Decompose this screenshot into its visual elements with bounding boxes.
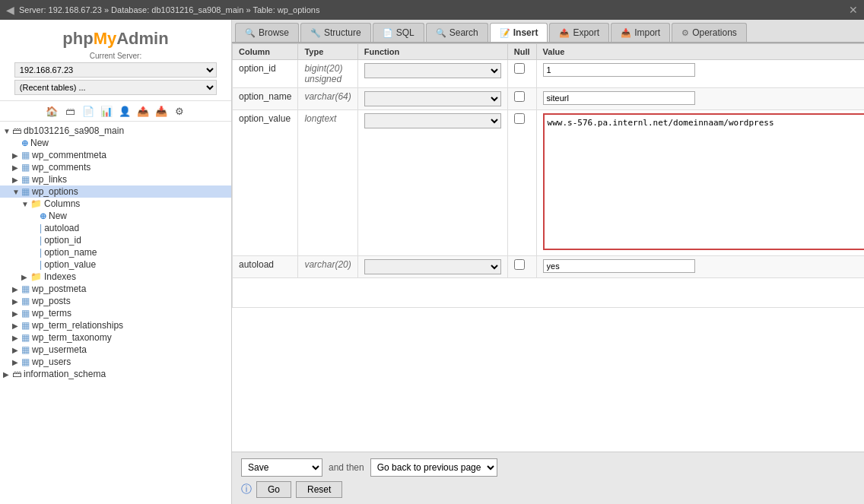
tree-icon-db: 🗃 <box>12 125 21 136</box>
null-checkbox-1[interactable] <box>514 91 525 102</box>
tab-label-operations: Operations <box>692 27 737 38</box>
null-checkbox-3[interactable] <box>514 259 525 270</box>
tab-browse[interactable]: 🔍Browse <box>235 23 299 42</box>
tree-label-wp_posts: wp_posts <box>32 296 71 306</box>
content-area: 🔍Browse🔧Structure📄SQL🔍Search📝Insert📤Expo… <box>232 20 864 504</box>
logo-admin: Admin <box>116 29 168 48</box>
tab-icon-insert: 📝 <box>500 28 510 38</box>
reset-button[interactable]: Reset <box>296 481 342 498</box>
home-icon[interactable]: 🏠 <box>45 104 59 118</box>
tab-sql[interactable]: 📄SQL <box>373 23 424 42</box>
tree-item-columns[interactable]: ▼ 📁 Columns <box>0 198 231 210</box>
row-value-1 <box>536 88 864 110</box>
func-select-3[interactable] <box>364 259 501 274</box>
func-select-1[interactable] <box>364 91 501 106</box>
status-icon[interactable]: 📊 <box>100 104 113 118</box>
users-icon[interactable]: 👤 <box>118 104 132 118</box>
tree-icon-wp_posts: ▦ <box>21 296 30 306</box>
nav-back-arrow[interactable]: ◀ <box>6 4 14 16</box>
tab-operations[interactable]: ⚙Operations <box>672 23 747 42</box>
tree-item-wp_term_relationships[interactable]: ▶ ▦ wp_term_relationships <box>0 319 231 331</box>
logo: phpMyAdmin <box>3 29 228 49</box>
tab-icon-sql: 📄 <box>383 28 393 38</box>
import-icon[interactable]: 📥 <box>154 104 168 118</box>
row-func-2 <box>357 110 507 256</box>
value-input-0[interactable] <box>543 63 695 77</box>
export-icon[interactable]: 📤 <box>136 104 150 118</box>
tree-item-wp_usermeta[interactable]: ▶ ▦ wp_usermeta <box>0 344 231 356</box>
row-null-2 <box>507 110 536 256</box>
tree-item-wp_options[interactable]: ▼ ▦ wp_options <box>0 185 231 198</box>
tree-label-autoload: autoload <box>44 223 79 233</box>
tree-label-new-col: New <box>49 211 67 221</box>
toolbar-icons: 🏠 🗃 📄 📊 👤 📤 📥 ⚙ <box>0 101 231 122</box>
null-checkbox-0[interactable] <box>514 63 525 74</box>
tab-icon-import: 📥 <box>621 28 631 38</box>
tree-label-wp_links: wp_links <box>32 174 67 185</box>
tree-label-wp_options: wp_options <box>32 186 78 197</box>
go-action-button[interactable]: Go <box>256 481 291 498</box>
row-value-3 <box>536 256 864 278</box>
tree-label-columns: Columns <box>44 198 80 209</box>
tab-label-browse: Browse <box>259 27 289 38</box>
row-col-name-3: autoload <box>233 256 298 278</box>
tree-label-indexes: Indexes <box>44 271 76 282</box>
row-col-name-1: option_name <box>233 88 298 110</box>
tree-icon-option_value: | <box>40 259 42 270</box>
col-header-column: Column <box>233 44 298 60</box>
tree-item-option_name[interactable]: | option_name <box>0 246 231 258</box>
tree-item-new-col[interactable]: ⊕ New <box>0 210 231 222</box>
tab-insert[interactable]: 📝Insert <box>490 23 548 42</box>
tree-icon-option_id: | <box>40 235 42 246</box>
value-input-3[interactable] <box>543 259 695 273</box>
tree-label-wp_commentmeta: wp_commentmeta <box>32 150 106 160</box>
table-row: option_value longtext www.s-576.pa.inter… <box>233 110 865 256</box>
logo-my: My <box>94 29 117 48</box>
recent-tables-select[interactable]: (Recent tables) ... <box>14 80 217 95</box>
row-value-0 <box>536 60 864 88</box>
func-select-2[interactable] <box>364 113 501 128</box>
tree-item-wp_term_taxonomy[interactable]: ▶ ▦ wp_term_taxonomy <box>0 331 231 344</box>
main-layout: phpMyAdmin Current Server: 192.168.67.23… <box>0 20 864 504</box>
info-icon[interactable]: ⓘ <box>241 483 252 496</box>
settings-icon[interactable]: ⚙ <box>173 104 186 118</box>
go-back-select[interactable]: Go back to previous pageBrowse the table <box>370 458 497 477</box>
tree-item-indexes[interactable]: ▶ 📁 Indexes <box>0 271 231 283</box>
tree-item-wp_comments[interactable]: ▶ ▦ wp_comments <box>0 161 231 173</box>
row-func-3 <box>357 256 507 278</box>
server-select[interactable]: 192.168.67.23 <box>14 62 217 78</box>
null-checkbox-2[interactable] <box>514 113 525 124</box>
tree-item-wp_posts[interactable]: ▶ ▦ wp_posts <box>0 295 231 307</box>
tree-item-autoload[interactable]: | autoload <box>0 222 231 234</box>
tree-icon-wp_options: ▦ <box>21 186 30 197</box>
tab-icon-browse: 🔍 <box>245 28 256 38</box>
tab-export[interactable]: 📤Export <box>549 23 609 42</box>
sql-icon[interactable]: 📄 <box>81 104 95 118</box>
value-input-1[interactable] <box>543 91 695 105</box>
tab-structure[interactable]: 🔧Structure <box>300 23 371 42</box>
tree-item-wp_terms[interactable]: ▶ ▦ wp_terms <box>0 307 231 319</box>
row-null-3 <box>507 256 536 278</box>
tree-item-wp_postmeta[interactable]: ▶ ▦ wp_postmeta <box>0 283 231 295</box>
tree-item-option_value[interactable]: | option_value <box>0 258 231 271</box>
tree-item-db[interactable]: ▼ 🗃 db1031216_sa908_main <box>0 125 231 137</box>
tree-item-new-db[interactable]: ⊕ New <box>0 137 231 149</box>
value-textarea-2[interactable]: www.s-576.pa.internl.net/domeinnaam/word… <box>543 113 864 250</box>
tab-import[interactable]: 📥Import <box>611 23 670 42</box>
bottom-bar: SaveSave and stay and then Go back to pr… <box>232 452 864 504</box>
row-col-type-2: longtext <box>298 110 357 256</box>
content-body: Column Type Function Null Value option_i… <box>232 43 864 452</box>
tree-item-option_id[interactable]: | option_id <box>0 234 231 246</box>
tree-item-wp_links[interactable]: ▶ ▦ wp_links <box>0 173 231 185</box>
tab-search[interactable]: 🔍Search <box>426 23 488 42</box>
tree-item-info_schema[interactable]: ▶ 🗃 information_schema <box>0 368 231 380</box>
save-select[interactable]: SaveSave and stay <box>241 458 322 477</box>
func-select-0[interactable] <box>364 63 501 78</box>
close-button[interactable]: ✕ <box>849 4 858 16</box>
db-icon[interactable]: 🗃 <box>63 104 77 118</box>
title-bar: ◀ Server: 192.168.67.23 » Database: db10… <box>0 0 864 20</box>
tree-item-wp_users[interactable]: ▶ ▦ wp_users <box>0 356 231 368</box>
tree-label-wp_term_relationships: wp_term_relationships <box>32 320 123 331</box>
tree-item-wp_commentmeta[interactable]: ▶ ▦ wp_commentmeta <box>0 149 231 161</box>
tree: ▼ 🗃 db1031216_sa908_main ⊕ New ▶ ▦ wp_co… <box>0 122 231 383</box>
